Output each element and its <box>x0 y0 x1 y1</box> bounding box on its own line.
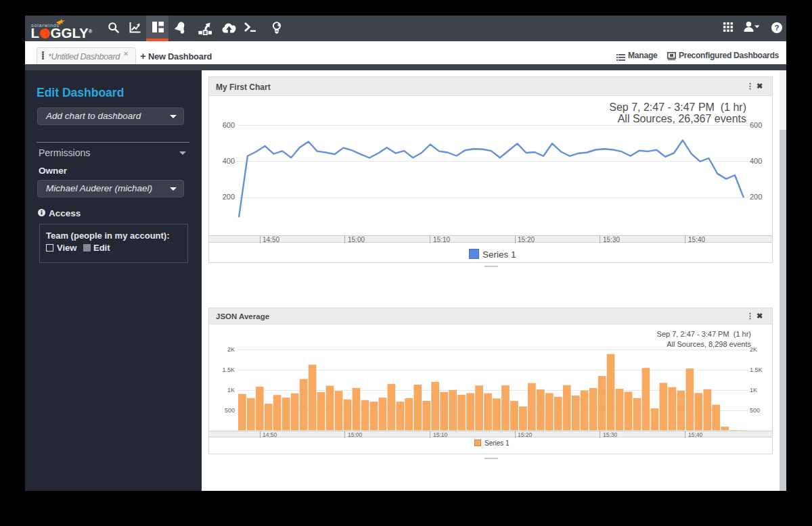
svg-text:?: ? <box>774 24 779 32</box>
